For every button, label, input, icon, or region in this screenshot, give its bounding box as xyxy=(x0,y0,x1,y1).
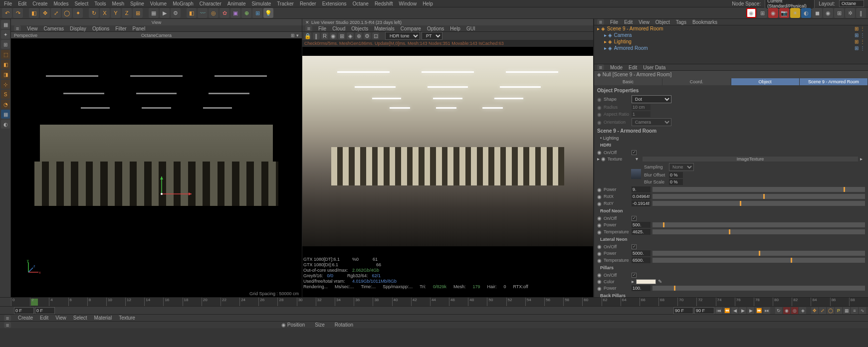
obj-menu-object[interactable]: Object xyxy=(655,19,670,25)
goto-start-icon[interactable]: ⏮ xyxy=(715,307,722,314)
hdri-onoff-check[interactable]: ✓ xyxy=(632,150,637,155)
bot-menu-select[interactable]: Select xyxy=(73,315,87,321)
status-menu-icon[interactable]: ≡ xyxy=(4,322,11,328)
octane-stop-icon[interactable]: ◉ xyxy=(768,8,778,18)
menu-create[interactable]: Create xyxy=(32,1,47,6)
menu-select[interactable]: Select xyxy=(74,1,88,6)
quantize-icon[interactable]: ◔ xyxy=(1,100,10,109)
autokey-icon[interactable]: ◎ xyxy=(791,307,798,314)
play-icon[interactable]: ▶ xyxy=(739,307,746,314)
menu-window[interactable]: Window xyxy=(399,1,417,6)
render-refresh-icon[interactable]: R xyxy=(321,32,328,39)
render-icon[interactable]: ▶ xyxy=(160,8,170,18)
rvp-menu-help[interactable]: Help xyxy=(450,26,460,31)
attr-menu-user-data[interactable]: User Data xyxy=(643,65,665,70)
light-icon[interactable]: 💡 xyxy=(263,8,273,18)
rvp-menu-materials[interactable]: Materials xyxy=(374,26,395,31)
attr-menu-icon[interactable]: ≡ xyxy=(597,64,604,70)
render-lock-icon[interactable]: 🔒 xyxy=(304,32,311,39)
attr-menu-edit[interactable]: Edit xyxy=(629,65,637,70)
rotate-icon[interactable]: ◯ xyxy=(62,8,72,18)
octane-sun-icon[interactable]: ☀ xyxy=(790,8,800,18)
pil-color-swatch[interactable] xyxy=(636,279,656,284)
lat-onoff-check[interactable]: ✓ xyxy=(632,244,637,249)
vp-menu-cameras[interactable]: Cameras xyxy=(44,26,64,31)
menu-animate[interactable]: Animate xyxy=(227,1,246,6)
menu-edit[interactable]: Edit xyxy=(18,1,26,6)
attr-tab-1[interactable]: Coord. xyxy=(662,78,731,85)
timeline[interactable]: 0246810121416182022242628303234363840424… xyxy=(0,297,868,306)
lat-power-input[interactable] xyxy=(632,250,651,256)
roty-slider[interactable] xyxy=(652,201,865,206)
record-icon[interactable]: ◉ xyxy=(783,307,790,314)
rvp-menu-objects[interactable]: Objects xyxy=(351,26,368,31)
select-icon[interactable]: ◧ xyxy=(29,8,39,18)
octane-tex1-icon[interactable]: ◼ xyxy=(812,8,822,18)
obj-menu-tags[interactable]: Tags xyxy=(676,19,686,25)
render-menu-icon[interactable]: ≡ xyxy=(305,25,312,31)
menu-mesh[interactable]: Mesh xyxy=(112,1,124,6)
vp-menu-view[interactable]: View xyxy=(27,26,38,31)
blurscale-input[interactable] xyxy=(669,179,683,185)
snap-icon[interactable]: S xyxy=(1,90,10,99)
point-mode-icon[interactable]: ⬚ xyxy=(1,50,10,59)
next-frame-icon[interactable]: ▶ xyxy=(747,307,754,314)
render-pick-icon[interactable]: ◈ xyxy=(347,32,354,39)
vp-menu-options[interactable]: Options xyxy=(92,26,109,31)
menu-modes[interactable]: Modes xyxy=(53,1,68,6)
editor-canvas[interactable]: xyz Grid Spacing : 50000 cm xyxy=(11,38,302,297)
bot-menu-create[interactable]: Create xyxy=(18,315,33,321)
model-mode-icon[interactable]: ▦ xyxy=(1,20,10,29)
lat-power-slider[interactable] xyxy=(652,251,865,256)
render-save-icon[interactable]: ⊡ xyxy=(372,32,379,39)
redo-icon[interactable]: ↷ xyxy=(13,8,23,18)
end2-frame-input[interactable] xyxy=(694,307,714,314)
render-region-icon[interactable]: ⊞ xyxy=(338,32,345,39)
render-focus-icon[interactable]: ⊕ xyxy=(355,32,362,39)
texture-thumb[interactable] xyxy=(631,169,641,179)
workplane-icon[interactable]: ⊞ xyxy=(1,40,10,49)
next-key-icon[interactable]: ⏩ xyxy=(755,307,762,314)
menu-character[interactable]: Character xyxy=(200,1,221,6)
menu-simulate[interactable]: Simulate xyxy=(251,1,271,6)
pil-power-input[interactable] xyxy=(632,285,651,291)
layout-dropdown[interactable]: Octane xyxy=(839,0,864,7)
octane-env-icon[interactable]: ◐ xyxy=(801,8,811,18)
misc2-icon[interactable]: ◐ xyxy=(1,120,10,129)
misc-icon[interactable]: ▦ xyxy=(1,110,10,119)
dope-icon[interactable]: ≡ xyxy=(851,307,858,314)
obj-menu-bookmarks[interactable]: Bookmarks xyxy=(692,19,717,25)
obj-menu-view[interactable]: View xyxy=(639,19,650,25)
lat-temp-slider[interactable] xyxy=(652,258,865,263)
menu-volume[interactable]: Volume xyxy=(150,1,167,6)
octane-tex2-icon[interactable]: ◉ xyxy=(823,8,833,18)
roof-power-slider[interactable] xyxy=(652,222,865,227)
bot-menu-texture[interactable]: Texture xyxy=(119,315,135,321)
deformer-icon[interactable]: ▣ xyxy=(230,8,240,18)
power-slider[interactable] xyxy=(652,187,865,192)
key-pos-icon[interactable]: ✥ xyxy=(811,307,818,314)
tree-item[interactable]: ▸ ◈ Armored Room ⊞ ⋮ xyxy=(594,45,868,51)
camera-icon[interactable]: ⊞ xyxy=(252,8,262,18)
undo-icon[interactable]: ↶ xyxy=(2,8,12,18)
roof-onoff-check[interactable]: ✓ xyxy=(632,216,637,221)
mat-menu-icon[interactable]: ≡ xyxy=(4,315,11,321)
menu-render[interactable]: Render xyxy=(300,1,316,6)
roof-temp-slider[interactable] xyxy=(652,229,865,234)
octane-node-icon[interactable]: ⊞ xyxy=(834,8,844,18)
bluroffset-input[interactable] xyxy=(669,172,683,178)
menu-tools[interactable]: Tools xyxy=(94,1,106,6)
menu-redshift[interactable]: Redshift xyxy=(375,1,393,6)
render-view-icon[interactable]: ▦ xyxy=(149,8,159,18)
transform-icon[interactable]: ✦ xyxy=(73,8,83,18)
vp-menu-display[interactable]: Display xyxy=(70,26,86,31)
menu-file[interactable]: File xyxy=(4,1,12,6)
render-clay-icon[interactable]: ◉ xyxy=(330,32,337,39)
tree-item[interactable]: ▸ ◈ Scene 9 - Armored Room ⊞ ⋮ xyxy=(594,25,868,32)
key-param-icon[interactable]: P xyxy=(835,307,842,314)
key-mode-icon[interactable]: ◈ xyxy=(799,307,806,314)
key-scale-icon[interactable]: ⤢ xyxy=(819,307,826,314)
pt-dropdown[interactable]: PT xyxy=(422,32,442,40)
prev-key-icon[interactable]: ⏪ xyxy=(723,307,730,314)
pil-onoff-check[interactable]: ✓ xyxy=(632,273,637,278)
